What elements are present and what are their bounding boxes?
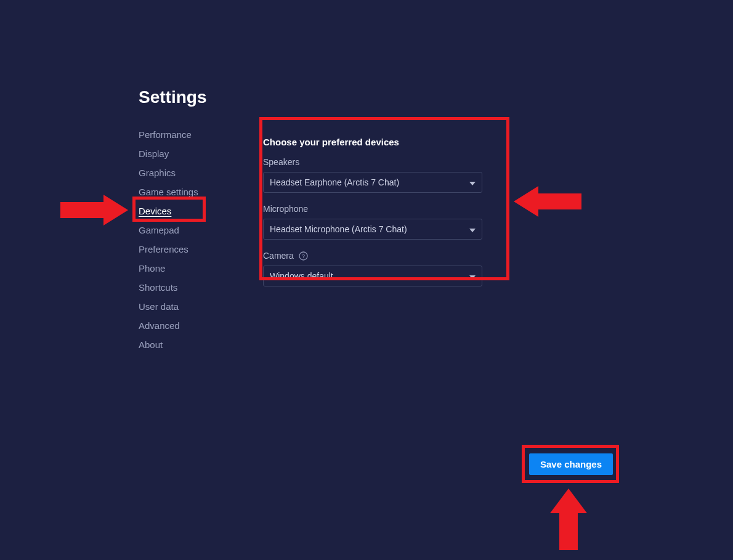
sidebar-item-preferences[interactable]: Preferences [139,244,231,255]
speakers-select[interactable]: Headset Earphone (Arctis 7 Chat) [263,172,482,193]
content-panel: Choose your preferred devices Speakers H… [252,129,493,351]
svg-text:?: ? [302,253,305,259]
sidebar-item-performance[interactable]: Performance [139,129,231,140]
sidebar-item-gamepad[interactable]: Gamepad [139,225,231,236]
sidebar: Performance Display Graphics Game settin… [139,129,231,351]
sidebar-item-display[interactable]: Display [139,148,231,160]
microphone-value: Headset Microphone (Arctis 7 Chat) [270,224,407,234]
sidebar-item-shortcuts[interactable]: Shortcuts [139,282,231,293]
camera-value: Windows default [270,271,333,281]
chevron-down-icon [469,177,476,187]
camera-label: Camera [263,251,294,261]
camera-select[interactable]: Windows default [263,266,482,286]
sidebar-item-phone[interactable]: Phone [139,263,231,274]
annotation-arrow-left-icon [514,186,581,219]
microphone-select[interactable]: Headset Microphone (Arctis 7 Chat) [263,219,482,240]
page-title: Settings [139,87,493,107]
sidebar-item-advanced[interactable]: Advanced [139,320,231,331]
annotation-arrow-right-icon [60,195,128,228]
chevron-down-icon [469,271,476,281]
sidebar-item-game-settings[interactable]: Game settings [139,187,231,198]
sidebar-item-devices[interactable]: Devices [139,206,231,217]
chevron-down-icon [469,224,476,234]
section-title: Choose your preferred devices [263,137,482,147]
microphone-label: Microphone [263,204,482,214]
sidebar-item-graphics[interactable]: Graphics [139,168,231,179]
speakers-value: Headset Earphone (Arctis 7 Chat) [270,177,399,187]
speakers-label: Speakers [263,157,482,167]
svg-marker-2 [60,195,128,225]
svg-marker-3 [514,186,581,217]
save-button[interactable]: Save changes [529,453,613,475]
sidebar-item-about[interactable]: About [139,339,231,351]
help-icon[interactable]: ? [299,251,308,261]
svg-marker-4 [550,489,587,550]
sidebar-item-user-data[interactable]: User data [139,301,231,312]
annotation-arrow-up-icon [550,489,587,553]
